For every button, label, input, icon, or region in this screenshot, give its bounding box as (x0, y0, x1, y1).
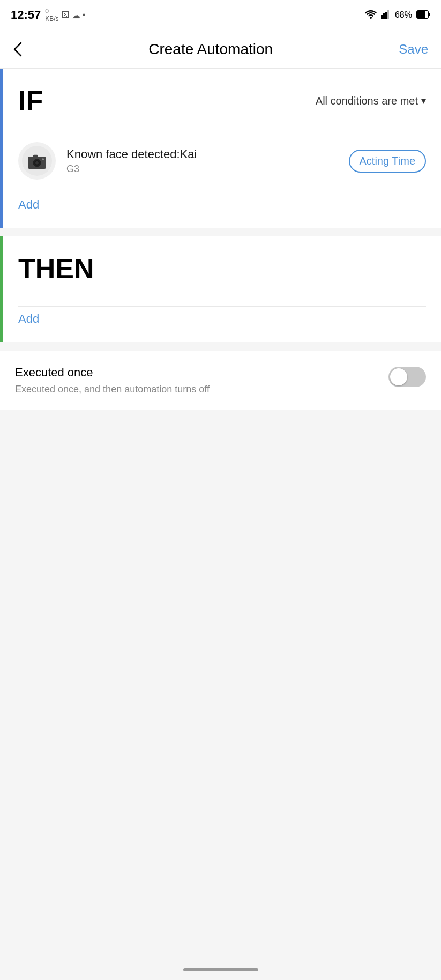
svg-point-10 (35, 161, 39, 165)
signal-icon (381, 10, 391, 21)
toggle-thumb (390, 368, 407, 385)
toggle-track (388, 367, 426, 387)
if-header-row: IF All conditions are met ▾ (18, 85, 426, 117)
image-icon: 🖼 (61, 10, 70, 20)
condition-name: Known face detected:Kai (66, 147, 338, 161)
wifi-icon (365, 9, 377, 21)
battery-percentage: 68% (395, 10, 412, 20)
svg-rect-1 (383, 13, 385, 19)
status-bar: 12:57 0KB/s 🖼 ☁ • 68% (0, 0, 441, 30)
nav-bar: Create Automation Save (0, 30, 441, 69)
conditions-label: All conditions are met (316, 95, 418, 107)
if-add-button[interactable]: Add (18, 192, 426, 217)
condition-device-icon (18, 142, 56, 180)
status-bar-left: 12:57 0KB/s 🖼 ☁ • (11, 8, 85, 23)
svg-rect-3 (387, 10, 389, 19)
executed-once-title: Executed once (15, 366, 388, 380)
condition-item[interactable]: Known face detected:Kai G3 Acting Time (18, 133, 426, 188)
then-add-button[interactable]: Add (18, 306, 426, 331)
acting-time-badge[interactable]: Acting Time (349, 150, 426, 173)
kb-indicator: 0KB/s (45, 8, 58, 23)
executed-once-section: Executed once Executed once, and then au… (0, 351, 441, 410)
svg-point-12 (42, 158, 44, 160)
back-button[interactable] (13, 41, 23, 57)
condition-device: G3 (66, 164, 338, 175)
executed-once-toggle[interactable] (388, 367, 426, 387)
status-time: 12:57 (11, 8, 41, 22)
status-icons: 0KB/s 🖼 ☁ • (45, 8, 85, 23)
conditions-dropdown[interactable]: All conditions are met ▾ (316, 95, 426, 107)
battery-icon (416, 10, 430, 20)
if-title: IF (18, 85, 43, 117)
page-title: Create Automation (148, 41, 273, 58)
svg-rect-2 (385, 12, 387, 19)
svg-rect-11 (33, 155, 38, 158)
executed-info: Executed once Executed once, and then au… (15, 366, 388, 395)
executed-once-description: Executed once, and then automation turns… (15, 384, 388, 395)
status-bar-right: 68% (365, 9, 430, 21)
cloud-icon: ☁ (72, 10, 80, 20)
if-section: IF All conditions are met ▾ (0, 69, 441, 228)
svg-rect-0 (381, 15, 383, 19)
home-indicator (183, 968, 258, 971)
save-button[interactable]: Save (399, 42, 428, 57)
chevron-down-icon: ▾ (421, 95, 426, 107)
condition-info: Known face detected:Kai G3 (66, 147, 338, 175)
svg-rect-5 (417, 11, 425, 18)
then-title: THEN (18, 253, 426, 285)
then-section: THEN Add (0, 236, 441, 342)
dot-icon: • (83, 10, 86, 20)
